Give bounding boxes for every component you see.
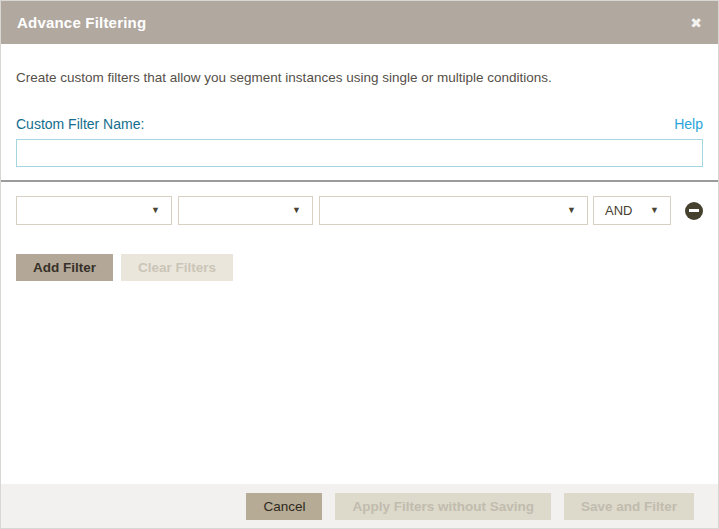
apply-filters-without-saving-button[interactable]: Apply Filters without Saving	[335, 493, 551, 520]
filter-operator-select[interactable]: ▼	[178, 196, 313, 225]
filter-value-select[interactable]: ▼	[319, 196, 588, 225]
clear-filters-button[interactable]: Clear Filters	[121, 254, 233, 281]
close-icon[interactable]: ✖	[690, 16, 702, 30]
filter-condition-row: ▼ ▼ ▼ AND ▼	[16, 196, 703, 225]
custom-filter-name-input[interactable]	[16, 139, 703, 167]
filter-actions-row: Add Filter Clear Filters	[16, 254, 703, 281]
chevron-down-icon: ▼	[567, 206, 576, 215]
custom-filter-name-label: Custom Filter Name:	[16, 116, 144, 132]
chevron-down-icon: ▼	[151, 206, 160, 215]
filter-field-select[interactable]: ▼	[16, 196, 172, 225]
minus-circle-icon	[689, 209, 699, 212]
advance-filtering-dialog: Advance Filtering ✖ Create custom filter…	[0, 0, 719, 529]
dialog-title: Advance Filtering	[17, 14, 146, 31]
filter-conjunction-select[interactable]: AND ▼	[593, 196, 671, 225]
filter-name-label-row: Custom Filter Name: Help	[16, 116, 703, 132]
add-filter-button[interactable]: Add Filter	[16, 254, 113, 281]
dialog-footer: Cancel Apply Filters without Saving Save…	[1, 484, 718, 528]
save-and-filter-button[interactable]: Save and Filter	[564, 493, 694, 520]
cancel-button[interactable]: Cancel	[246, 493, 322, 520]
section-divider	[1, 180, 718, 182]
help-link[interactable]: Help	[674, 116, 703, 132]
dialog-body: Create custom filters that allow you seg…	[1, 70, 718, 167]
chevron-down-icon: ▼	[292, 206, 301, 215]
dialog-header: Advance Filtering ✖	[1, 1, 718, 44]
remove-filter-button[interactable]	[685, 202, 703, 220]
filter-conjunction-value: AND	[605, 203, 632, 218]
chevron-down-icon: ▼	[650, 206, 659, 215]
dialog-description: Create custom filters that allow you seg…	[16, 70, 703, 85]
